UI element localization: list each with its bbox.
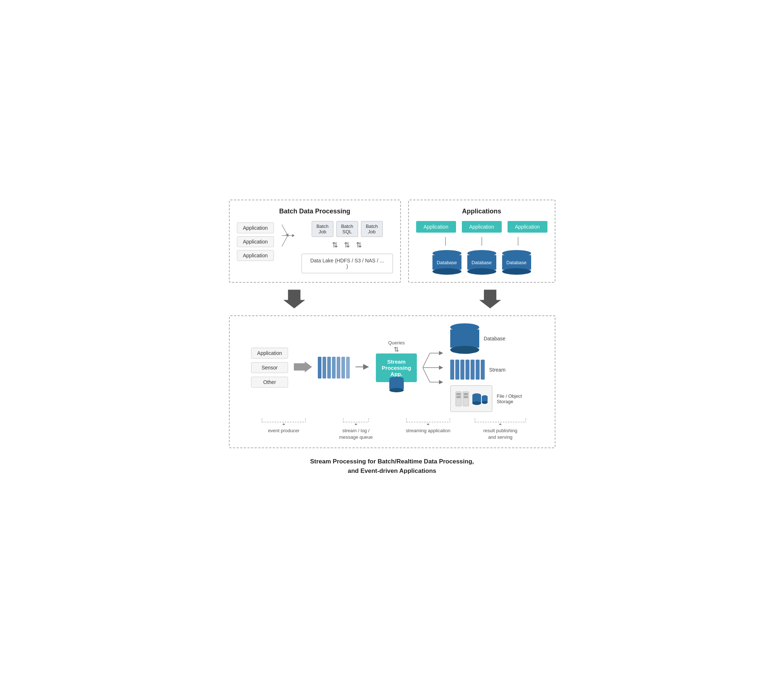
queue-bar-6 (341, 357, 345, 379)
batch-app-2: Application (237, 236, 274, 247)
output-db (450, 323, 479, 354)
output-stream-row: Stream (450, 360, 533, 380)
label-result-publishing: result publishingand serving (464, 427, 537, 440)
batch-inner: Application Application Application (237, 221, 393, 273)
batch-jobs-col: BatchJob BatchSQL BatchJob ⇅ ⇅ ⇅ Data La… (302, 221, 393, 273)
batch-job-2: BatchJob (361, 221, 383, 237)
queue-bar-2 (322, 357, 326, 379)
queries-arrow: ⇅ (394, 346, 399, 354)
db-bottom-2 (467, 268, 496, 275)
batch-processing-box: Batch Data Processing Application Applic… (229, 200, 401, 283)
db-top-1 (432, 250, 462, 257)
source-to-queue-arrow (294, 362, 312, 374)
svg-line-1 (282, 224, 288, 235)
svg-marker-8 (283, 290, 305, 308)
db-body-3: Database (502, 255, 531, 270)
input-queue (318, 357, 350, 379)
out-bar-1 (450, 360, 454, 380)
storage-svg (455, 389, 488, 408)
db-label-2: Database (471, 260, 492, 265)
apps-db-2: Database (467, 250, 496, 275)
svg-point-31 (482, 401, 488, 404)
svg-rect-21 (456, 393, 461, 395)
stream-center-db-bottom (389, 388, 404, 392)
db-top-2 (467, 250, 496, 257)
main-container: Batch Data Processing Application Applic… (229, 200, 555, 475)
svg-rect-25 (464, 396, 468, 398)
bottom-title-text: Stream Processing for Batch/Realtime Dat… (310, 458, 474, 474)
svg-point-47 (499, 424, 501, 425)
bottom-title: Stream Processing for Batch/Realtime Dat… (229, 457, 555, 475)
output-db-body (450, 329, 479, 348)
stream-queue-text: stream / log /message queue (339, 428, 373, 440)
out-bar-4 (465, 360, 470, 380)
queue-bars (318, 357, 350, 379)
svg-line-15 (423, 353, 430, 368)
batch-to-jobs-arrow (280, 221, 296, 250)
streaming-app-text: streaming application (406, 428, 451, 433)
stream-source-sensor: Sensor (251, 362, 288, 373)
bracket-stream-app (392, 418, 464, 425)
db-top-3 (502, 250, 531, 257)
batch-updown-arrows: ⇅ ⇅ ⇅ (332, 241, 362, 249)
stream-app-col: Queries ⇅ StreamProcessingApp. (376, 340, 417, 395)
queue-bar-7 (346, 357, 350, 379)
stream-source-other: Other (251, 377, 288, 388)
db-bottom-3 (502, 268, 531, 275)
output-stream-queue (450, 360, 485, 380)
output-file-row: File / ObjectStorage (450, 385, 533, 412)
file-obj-box (450, 385, 492, 412)
queue-bar-1 (318, 357, 322, 379)
queue-to-stream-arrow (356, 363, 370, 372)
svg-rect-24 (464, 393, 468, 395)
queue-bar-5 (337, 357, 340, 379)
output-area: Database Stream (450, 323, 533, 412)
apps-app-3: Application (507, 221, 548, 232)
out-bar-7 (481, 360, 485, 380)
stream-flow: Application Sensor Other (237, 323, 548, 412)
applications-box: Applications Application Application App… (408, 200, 555, 283)
svg-line-18 (423, 368, 430, 382)
bracket-result (464, 418, 537, 425)
out-bar-6 (476, 360, 480, 380)
apps-app-1: Application (416, 221, 456, 232)
svg-rect-22 (456, 396, 461, 398)
dashed-brackets (241, 418, 544, 425)
batch-apps-col: Application Application Application (237, 223, 274, 261)
output-stream-label: Stream (489, 367, 525, 373)
svg-point-43 (427, 424, 429, 425)
output-file-label: File / ObjectStorage (497, 393, 533, 404)
source-col: Application Sensor Other (251, 348, 288, 388)
queries-label: Queries ⇅ (388, 340, 405, 354)
label-stream-queue: stream / log /message queue (320, 427, 392, 440)
stream-app-box: StreamProcessingApp. (376, 354, 417, 382)
apps-app-row: Application Application Application (416, 221, 548, 232)
out-bar-5 (471, 360, 474, 380)
apps-app-2: Application (462, 221, 502, 232)
output-db-bottom (450, 346, 479, 354)
out-bar-3 (460, 360, 464, 380)
event-producer-text: event producer (268, 428, 300, 433)
stream-to-output-arrows (423, 346, 445, 390)
svg-point-28 (472, 401, 481, 405)
bottom-label-texts: event producer stream / log /message que… (241, 425, 544, 440)
db-label-3: Database (507, 260, 527, 265)
queue-bar-4 (332, 357, 336, 379)
apps-title: Applications (416, 207, 548, 215)
batch-sql-1: BatchSQL (336, 221, 358, 237)
result-publishing-text: result publishingand serving (483, 428, 517, 440)
svg-line-3 (282, 235, 288, 246)
apps-db-3: Database (502, 250, 531, 275)
top-row: Batch Data Processing Application Applic… (229, 200, 555, 283)
label-event-producer: event producer (248, 427, 320, 440)
app-to-db-connectors (416, 237, 548, 246)
svg-point-35 (283, 424, 285, 425)
batch-jobs-row: BatchJob BatchSQL BatchJob (312, 221, 383, 237)
label-streaming-app: streaming application (392, 427, 464, 440)
bottom-labels-section: event producer stream / log /message que… (237, 418, 548, 440)
updown-arrow-1: ⇅ (332, 241, 338, 249)
middle-connectors (229, 286, 555, 312)
svg-point-39 (355, 424, 357, 425)
stream-center-db (389, 377, 404, 392)
data-lake-box: Data Lake (HDFS / S3 / NAS / ... ) (302, 254, 393, 273)
